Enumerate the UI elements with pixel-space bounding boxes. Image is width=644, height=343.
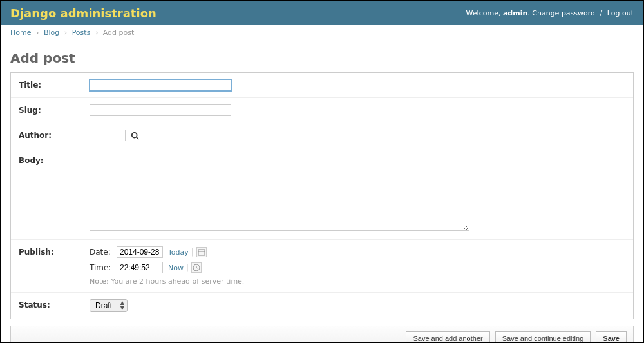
breadcrumb: Home › Blog › Posts › Add post: [1, 24, 643, 41]
save-add-another-button[interactable]: [406, 331, 489, 343]
logout-link[interactable]: Log out: [607, 9, 634, 17]
slug-input[interactable]: [90, 104, 231, 116]
welcome-suffix: .: [527, 9, 530, 17]
label-slug: Slug:: [19, 104, 90, 115]
now-link[interactable]: Now: [168, 264, 184, 272]
save-button[interactable]: [596, 331, 627, 343]
breadcrumb-current: Add post: [103, 28, 135, 37]
row-title: Title:: [11, 73, 633, 98]
breadcrumb-app[interactable]: Blog: [44, 28, 59, 37]
row-body: Body:: [11, 148, 633, 240]
date-input[interactable]: [117, 246, 163, 258]
svg-line-6: [196, 268, 198, 268]
row-status: Status: Draft ▲▼: [11, 293, 633, 318]
status-select[interactable]: Draft: [90, 299, 128, 312]
body-textarea[interactable]: [90, 155, 469, 231]
save-continue-button[interactable]: [495, 331, 591, 343]
row-author: Author:: [11, 123, 633, 148]
separator: /: [600, 9, 603, 17]
date-sublabel: Date:: [90, 248, 117, 257]
today-link[interactable]: Today: [168, 248, 189, 257]
branding: Django administration: [10, 6, 156, 20]
welcome-prefix: Welcome,: [466, 9, 503, 17]
username: admin: [503, 9, 527, 17]
header: Django administration Welcome, admin. Ch…: [1, 1, 643, 24]
row-slug: Slug:: [11, 98, 633, 123]
title-input[interactable]: [90, 79, 231, 91]
submit-row: [10, 326, 634, 343]
row-publish: Publish: Date: Today | Time:: [11, 240, 633, 293]
author-input[interactable]: [90, 130, 126, 141]
timezone-note: Note: You are 2 hours ahead of server ti…: [90, 277, 625, 286]
clock-icon[interactable]: [191, 262, 202, 273]
svg-rect-2: [198, 250, 205, 255]
time-sublabel: Time:: [90, 263, 117, 272]
content: Add post Title: Slug: Author:: [1, 41, 643, 343]
time-input[interactable]: [117, 262, 163, 273]
user-tools: Welcome, admin. Change password / Log ou…: [466, 9, 634, 17]
calendar-icon[interactable]: [196, 247, 207, 257]
label-body: Body:: [19, 155, 90, 165]
label-author: Author:: [19, 130, 90, 140]
label-publish: Publish:: [19, 246, 90, 257]
label-title: Title:: [19, 79, 90, 90]
label-status: Status:: [19, 299, 90, 309]
lookup-icon[interactable]: [131, 132, 140, 141]
form-module: Title: Slug: Author: Body:: [10, 72, 634, 319]
svg-point-0: [132, 132, 137, 137]
svg-line-1: [137, 137, 139, 139]
change-password-link[interactable]: Change password: [532, 9, 595, 17]
breadcrumb-home[interactable]: Home: [10, 28, 31, 37]
breadcrumb-model[interactable]: Posts: [72, 28, 91, 37]
page-title: Add post: [10, 50, 634, 66]
